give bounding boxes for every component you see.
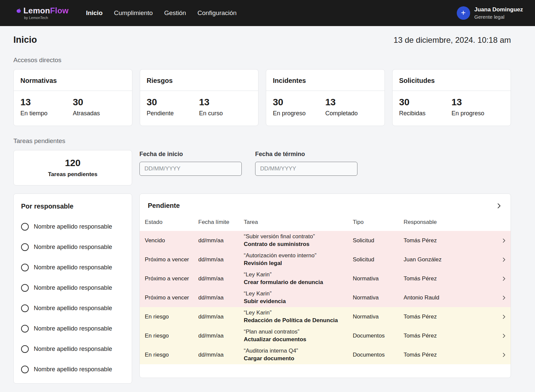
chevron-right-icon[interactable] (492, 352, 511, 358)
row-estado: Próximo a vencer (140, 275, 193, 282)
row-responsable: Tomás Pérez (399, 313, 492, 320)
responsible-option[interactable]: Nombre apellido responsable (21, 325, 124, 333)
table-row[interactable]: Próximo a vencer dd/mm/aa “Ley Karin” Su… (140, 288, 511, 307)
radio-icon[interactable] (21, 284, 29, 292)
lemon-icon (16, 8, 21, 13)
page-title: Inicio (13, 35, 37, 45)
table-row[interactable]: Próximo a vencer dd/mm/aa “Ley Karin” Cr… (140, 269, 511, 288)
shortcut-cards: Normativas 13 En tiempo 30 Atrasadas Rie… (13, 69, 511, 126)
col-estado: Estado (140, 219, 193, 226)
row-tipo: Documentos (348, 352, 399, 358)
row-fecha: dd/mm/aa (193, 294, 239, 301)
nav-item-cumplimiento[interactable]: Cumplimiento (114, 9, 153, 17)
col-tipo: Tipo (348, 219, 399, 226)
logo-wordmark: LemonFlow (23, 7, 69, 15)
card-incidentes[interactable]: Incidentes 30 En progreso 13 Completado (266, 69, 385, 126)
table-header: Estado Fecha límite Tarea Tipo Responsab… (140, 210, 511, 231)
responsible-option[interactable]: Nombre apellido responsable (21, 366, 124, 373)
section-label-shortcuts: Accesos directos (13, 56, 511, 64)
chevron-right-icon[interactable] (492, 276, 511, 282)
nav-item-configuracion[interactable]: Configuración (197, 9, 236, 17)
row-tarea: “Autorización evento interno” Revisión l… (239, 252, 348, 267)
card-title: Solicitudes (393, 70, 511, 91)
by-responsible-title: Por responsable (21, 203, 124, 210)
row-tipo: Solicitud (348, 237, 399, 244)
row-fecha: dd/mm/aa (193, 237, 239, 244)
card-solicitudes[interactable]: Solicitudes 30 Recibidas 13 En progreso (392, 69, 511, 126)
row-responsable: Tomás Pérez (399, 237, 492, 244)
top-navbar: LemonFlow by LemonTech Inicio Cumplimien… (0, 0, 535, 26)
card-title: Normativas (14, 70, 132, 91)
row-estado: En riesgo (140, 313, 193, 320)
row-fecha: dd/mm/aa (193, 256, 239, 263)
responsible-option[interactable]: Nombre apellido responsable (21, 284, 124, 292)
stat-label: Completado (325, 110, 378, 117)
chevron-right-icon[interactable] (492, 295, 511, 301)
stat: 30 Pendiente (147, 97, 199, 117)
responsible-option[interactable]: Nombre apellido responsable (21, 304, 124, 312)
row-responsable: Antonio Rauld (399, 294, 492, 301)
stat-label: En progreso (273, 110, 325, 117)
main-content: Inicio 13 de diciembre, 2024. 10:18 am A… (0, 26, 535, 392)
chevron-right-icon[interactable] (495, 202, 503, 210)
nav-item-gestion[interactable]: Gestión (164, 9, 186, 17)
chevron-right-icon[interactable] (492, 257, 511, 263)
table-row[interactable]: Vencido dd/mm/aa “Subir versión final co… (140, 231, 511, 250)
responsible-option[interactable]: Nombre apellido responsable (21, 223, 124, 231)
row-tarea: “Ley Karin” Subir evidencia (239, 290, 348, 305)
pending-panel: Pendiente Estado Fecha límite Tarea Tipo… (139, 193, 511, 378)
row-tarea: “Plan anual contratos” Actualizar docume… (239, 329, 348, 343)
responsible-option[interactable]: Nombre apellido responsable (21, 345, 124, 353)
chevron-right-icon[interactable] (492, 314, 511, 320)
row-fecha: dd/mm/aa (193, 352, 239, 358)
card-title: Incidentes (266, 70, 385, 91)
chevron-right-icon[interactable] (492, 333, 511, 339)
responsible-option[interactable]: Nombre apellido responsable (21, 264, 124, 271)
user-menu[interactable]: + Juana Dominguez Gerente legal (457, 6, 523, 20)
start-date-input[interactable] (139, 162, 242, 176)
table-row[interactable]: Próximo a vencer dd/mm/aa “Autorización … (140, 250, 511, 269)
stat: 30 En progreso (273, 97, 325, 117)
radio-icon[interactable] (21, 264, 29, 271)
stat-value: 30 (147, 97, 199, 108)
card-title: Riesgos (140, 70, 258, 91)
user-name: Juana Dominguez (474, 6, 523, 13)
pending-tasks-label: Tareas pendientes (48, 171, 97, 178)
stat-value: 30 (273, 97, 325, 108)
col-tarea: Tarea (239, 219, 348, 226)
radio-icon[interactable] (21, 345, 29, 353)
pending-tasks-summary-card[interactable]: 120 Tareas pendientes (13, 150, 132, 185)
stat-label: En tiempo (20, 110, 73, 117)
chevron-right-icon[interactable] (492, 238, 511, 244)
stat: 30 Atrasadas (73, 97, 125, 117)
end-date-input[interactable] (255, 162, 357, 176)
radio-icon[interactable] (21, 223, 29, 231)
row-tipo: Normativa (348, 294, 399, 301)
row-estado: Próximo a vencer (140, 256, 193, 263)
table-row[interactable]: En riesgo dd/mm/aa “Ley Karin” Redacción… (140, 307, 511, 326)
stat-value: 13 (451, 97, 504, 108)
responsible-option[interactable]: Nombre apellido responsable (21, 243, 124, 251)
user-role: Gerente legal (474, 14, 523, 20)
date-filters: Fecha de inicio Fecha de término (139, 150, 511, 185)
pending-title: Pendiente (148, 202, 180, 210)
col-responsable: Responsable (399, 219, 492, 226)
radio-icon[interactable] (21, 325, 29, 333)
card-riesgos[interactable]: Riesgos 30 Pendiente 13 En curso (140, 69, 259, 126)
user-avatar[interactable]: + (457, 6, 470, 20)
card-normativas[interactable]: Normativas 13 En tiempo 30 Atrasadas (13, 69, 132, 126)
stat-value: 13 (199, 97, 251, 108)
row-responsable: Tomás Pérez (399, 352, 492, 358)
radio-icon[interactable] (21, 366, 29, 373)
col-fecha-limite: Fecha límite (193, 219, 239, 226)
nav-item-inicio[interactable]: Inicio (86, 9, 103, 17)
stat-label: Recibidas (399, 110, 452, 117)
main-nav: Inicio Cumplimiento Gestión Configuració… (86, 9, 237, 17)
radio-icon[interactable] (21, 304, 29, 312)
stat: 13 En tiempo (20, 97, 73, 117)
row-estado: Vencido (140, 237, 193, 244)
row-estado: Próximo a vencer (140, 294, 193, 301)
table-row[interactable]: En riesgo dd/mm/aa “Auditoria interna Q4… (140, 345, 511, 364)
table-row[interactable]: En riesgo dd/mm/aa “Plan anual contratos… (140, 326, 511, 345)
radio-icon[interactable] (21, 243, 29, 251)
